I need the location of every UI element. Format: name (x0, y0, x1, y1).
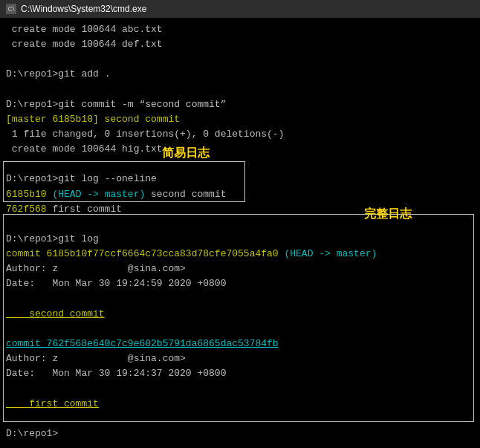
line-22: commit 762f568e640c7c9e602b5791da6865dac… (6, 337, 474, 351)
line-2: create mode 100644 def.txt (6, 37, 474, 52)
line-17: Author: z████████████@sina.com> (6, 262, 474, 276)
line-19 (6, 292, 474, 307)
line-15: D:\repo1>git log (6, 232, 474, 247)
terminal: create mode 100644 abc.txt create mode 1… (0, 18, 480, 448)
line-11: D:\repo1>git log --oneline (6, 172, 474, 186)
annotation-simple-log: 简易日志 (162, 146, 210, 161)
line-25 (6, 381, 474, 396)
line-21 (6, 322, 474, 337)
line-23: Author: z████████████@sina.com> (6, 351, 474, 366)
line-7: [master 6185b10] second commit (6, 112, 474, 127)
line-24: Date: Mon Mar 30 19:24:37 2020 +0800 (6, 366, 474, 381)
title-bar: C\ C:\Windows\System32\cmd.exe (0, 0, 480, 18)
line-26: first commit (6, 397, 474, 412)
line-20: second commit (6, 307, 474, 322)
line-3 (6, 52, 474, 67)
line-12: 6185b10 (HEAD -> master) second commit (6, 187, 474, 202)
line-9: create mode 100644 hig.txt (6, 142, 474, 157)
line-6: D:\repo1>git commit -m “second commit” (6, 97, 474, 112)
line-18: Date: Mon Mar 30 19:24:59 2020 +0800 (6, 276, 474, 291)
line-10 (6, 157, 474, 172)
line-5 (6, 82, 474, 97)
line-1: create mode 100644 abc.txt (6, 22, 474, 37)
line-27 (6, 412, 474, 426)
title-bar-text: C:\Windows\System32\cmd.exe (21, 4, 146, 14)
line-8: 1 file changed, 0 insertions(+), 0 delet… (6, 127, 474, 142)
line-4: D:\repo1>git add . (6, 67, 474, 82)
annotation-full-log: 完整日志 (364, 207, 412, 222)
cmd-icon: C\ (6, 4, 16, 14)
line-16: commit 6185b10f77ccf6664c73cca83d78cfe70… (6, 247, 474, 262)
line-28: D:\repo1> (6, 426, 474, 441)
